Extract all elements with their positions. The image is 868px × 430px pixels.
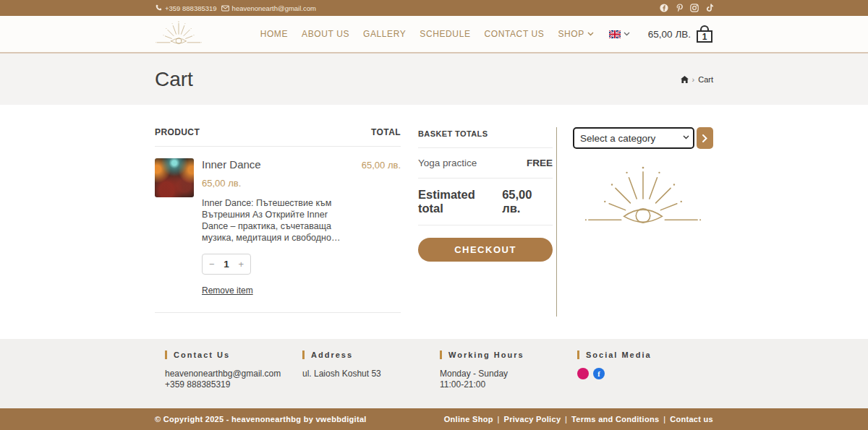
link-terms-conditions[interactable]: Terms and Conditions: [571, 415, 670, 423]
facebook-icon[interactable]: [660, 4, 668, 12]
footer-social-title: Social Media: [586, 351, 652, 359]
footer-hours-days: Monday - Sunday: [440, 369, 577, 379]
footer-phone[interactable]: +359 888385319: [165, 379, 302, 390]
quantity-decrease-button[interactable]: −: [209, 259, 215, 270]
product-description: Inner Dance: Пътешествие към Вътрешния А…: [202, 197, 350, 244]
basket-totals: BASKET TOTALS Yoga practice FREE Estimat…: [418, 127, 553, 317]
instagram-icon[interactable]: [690, 4, 699, 12]
bottom-links: Online Shop Privacy Policy Terms and Con…: [444, 415, 713, 423]
quantity-increase-button[interactable]: +: [238, 259, 244, 270]
footer-contact-us: Contact Us heavenonearthbg@gmail.com +35…: [165, 351, 302, 390]
instagram-icon[interactable]: [577, 368, 589, 379]
cart-main: PRODUCT TOTAL Inner Dance 65,00 лв. Inne…: [0, 105, 868, 339]
breadcrumb-current: Cart: [698, 75, 713, 84]
footer-contact-title: Contact Us: [174, 351, 230, 359]
copyright-text: © Copyright 2025 - heavenonearthbg by vw…: [155, 415, 367, 423]
cart-items-table: PRODUCT TOTAL Inner Dance 65,00 лв. Inne…: [155, 127, 401, 317]
topbar-email-address: heavenonearth@gmail.com: [232, 4, 316, 12]
link-privacy-policy[interactable]: Privacy Policy: [504, 415, 572, 423]
main-nav: HOME ABOUT US GALLERY SCHEDULE CONTACT U…: [260, 25, 713, 43]
nav-shop[interactable]: SHOP: [558, 29, 593, 39]
mail-icon: [221, 5, 229, 12]
heading-bar: [440, 351, 442, 359]
totals-row-label: Yoga practice: [418, 158, 477, 168]
nav-gallery[interactable]: GALLERY: [363, 29, 406, 39]
remove-item-link[interactable]: Remove item: [202, 285, 253, 296]
chevron-down-icon: [624, 32, 630, 36]
nav-schedule[interactable]: SCHEDULE: [420, 29, 470, 39]
estimated-total-value: 65,00 лв.: [502, 188, 553, 215]
breadcrumb-home[interactable]: [681, 76, 689, 83]
totals-row-value: FREE: [527, 158, 553, 168]
estimated-total-label: Estimated total: [418, 188, 502, 215]
footer-hours-time: 11:00-21:00: [440, 379, 577, 390]
header-cart[interactable]: 65,00 ЛВ. 1: [648, 25, 713, 43]
heading-bar: [165, 351, 167, 359]
sun-eye-logo: [583, 165, 703, 232]
uk-flag-icon: [609, 30, 621, 38]
breadcrumb-separator: [692, 75, 695, 84]
cart-item-row: Inner Dance 65,00 лв. Inner Dance: Пътеш…: [155, 147, 401, 313]
quantity-value[interactable]: 1: [224, 259, 229, 270]
phone-icon: [155, 4, 162, 12]
topbar-phone[interactable]: +359 888385319: [155, 4, 217, 12]
language-switcher[interactable]: [609, 30, 630, 38]
quantity-stepper: − 1 +: [202, 254, 251, 275]
topbar-email[interactable]: heavenonearth@gmail.com: [221, 4, 316, 12]
nav-home[interactable]: HOME: [260, 29, 288, 39]
line-item-total: 65,00 лв.: [362, 158, 401, 171]
footer-address: Address ul. Laiosh Koshut 53: [302, 351, 440, 390]
footer-hours-title: Working Hours: [448, 351, 524, 359]
cart-bag-icon: 1: [696, 25, 713, 43]
category-select[interactable]: Select a category: [573, 127, 694, 149]
site-header: HOME ABOUT US GALLERY SCHEDULE CONTACT U…: [0, 16, 868, 53]
product-name-link[interactable]: Inner Dance: [202, 158, 261, 171]
cart-total-amount: 65,00 ЛВ.: [648, 29, 691, 40]
site-footer: Contact Us heavenonearthbg@gmail.com +35…: [0, 339, 868, 408]
page-title-band: Cart Cart: [0, 53, 868, 105]
footer-email[interactable]: heavenonearthbg@gmail.com: [165, 369, 302, 379]
site-logo[interactable]: [155, 20, 203, 48]
breadcrumb: Cart: [681, 75, 713, 84]
tiktok-icon[interactable]: [705, 4, 713, 12]
cart-count-badge: 1: [697, 30, 712, 43]
link-contact-us[interactable]: Contact us: [670, 415, 713, 423]
arrow-right-icon: [702, 134, 707, 142]
facebook-icon[interactable]: f: [593, 368, 605, 379]
column-header-product: PRODUCT: [155, 127, 200, 137]
category-go-button[interactable]: [697, 127, 713, 149]
category-sidebar: Select a category: [557, 127, 713, 317]
product-price: 65,00 лв.: [202, 178, 362, 189]
basket-totals-title: BASKET TOTALS: [418, 127, 553, 148]
page-title: Cart: [155, 68, 193, 91]
link-online-shop[interactable]: Online Shop: [444, 415, 504, 423]
chevron-down-icon: [587, 32, 594, 36]
footer-social-media: Social Media f: [577, 351, 715, 390]
home-icon: [681, 76, 689, 83]
column-header-total: TOTAL: [371, 127, 401, 137]
heading-bar: [577, 351, 579, 359]
footer-address-line: ul. Laiosh Koshut 53: [302, 369, 440, 379]
heading-bar: [302, 351, 305, 359]
footer-working-hours: Working Hours Monday - Sunday 11:00-21:0…: [440, 351, 577, 390]
top-contact-bar: +359 888385319 heavenonearth@gmail.com: [0, 0, 868, 16]
checkout-button[interactable]: CHECKOUT: [418, 238, 553, 262]
footer-address-title: Address: [311, 351, 353, 359]
bottom-bar: © Copyright 2025 - heavenonearthbg by vw…: [0, 408, 868, 430]
nav-about-us[interactable]: ABOUT US: [302, 29, 349, 39]
pinterest-icon[interactable]: [675, 4, 684, 12]
topbar-phone-number: +359 888385319: [165, 4, 217, 12]
nav-contact-us[interactable]: CONTACT US: [485, 29, 545, 39]
product-thumbnail[interactable]: [155, 158, 194, 197]
